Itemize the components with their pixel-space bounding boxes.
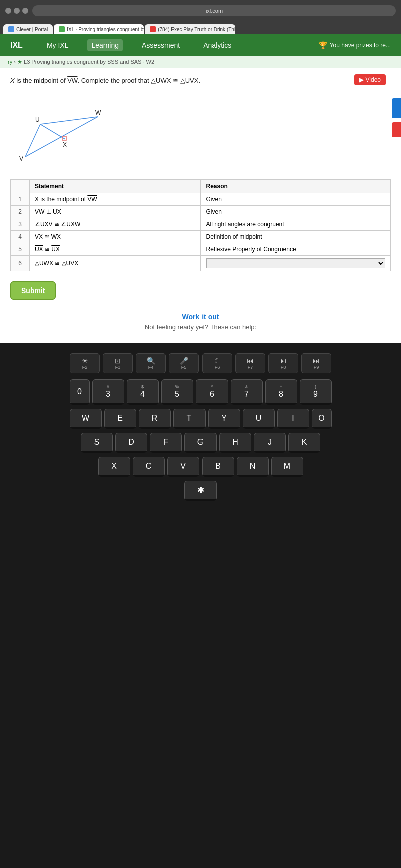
tab-icon-other (150, 26, 156, 32)
fn-key-f9[interactable]: ⏭ F9 (301, 353, 331, 373)
fn-key-f5[interactable]: 🎤 F5 (169, 353, 199, 373)
fn-key-f8[interactable]: ⏯ F8 (268, 353, 298, 373)
key-f[interactable]: F (150, 433, 182, 453)
svg-text:X: X (63, 141, 67, 148)
fn-label-f2: F2 (82, 365, 88, 370)
breadcrumb-separator: › (14, 59, 17, 65)
key-t[interactable]: T (173, 409, 206, 429)
fn-label-f5: F5 (181, 365, 187, 370)
key-x[interactable]: X (98, 457, 130, 477)
table-row: 2 VW ⊥ UX Given (11, 205, 391, 218)
nav-assessment[interactable]: Assessment (138, 39, 184, 51)
problem-statement: X is the midpoint of VW. Complete the pr… (10, 76, 391, 86)
key-r[interactable]: R (139, 409, 171, 429)
statement-3: ∠UXV ≅ ∠UXW (29, 218, 200, 230)
key-i[interactable]: I (277, 409, 309, 429)
key-6[interactable]: ^ 6 (196, 379, 228, 405)
breadcrumb: ry › ★ L3 Proving triangles congruent by… (0, 56, 401, 68)
key-h[interactable]: H (219, 433, 251, 453)
key-j[interactable]: J (254, 433, 286, 453)
reason-dropdown-container[interactable]: SSS SAS ASA AAS HL (206, 258, 386, 268)
col-header-num (11, 179, 30, 193)
key-v[interactable]: V (167, 457, 199, 477)
key-star[interactable]: ✱ (184, 481, 217, 501)
tab-bar: Clever | Portal IXL · Proving triangles … (0, 18, 401, 34)
key-w[interactable]: W (70, 409, 102, 429)
table-row: 4 VX ≅ WX Definition of midpoint (11, 230, 391, 243)
col-header-reason: Reason (200, 179, 391, 193)
fn-label-f4: F4 (148, 365, 154, 370)
window-controls (5, 8, 28, 14)
key-e[interactable]: E (104, 409, 136, 429)
key-3[interactable]: # 3 (92, 379, 124, 405)
key-8[interactable]: * 8 (265, 379, 297, 405)
key-o[interactable]: O (312, 409, 332, 429)
fn-key-f3[interactable]: ⊡ F3 (103, 353, 133, 373)
fn-key-f7[interactable]: ⏮ F7 (235, 353, 265, 373)
reason-1: Given (200, 193, 391, 205)
key-7[interactable]: & 7 (231, 379, 263, 405)
key-row-bottom: X C V B N M (5, 457, 396, 477)
svg-line-2 (25, 124, 40, 157)
fn-key-f2[interactable]: ☀ F2 (70, 353, 100, 373)
fn-label-f9: F9 (314, 365, 319, 370)
nav-analytics[interactable]: Analytics (199, 39, 235, 51)
svg-text:U: U (35, 116, 40, 123)
key-g[interactable]: G (184, 433, 217, 453)
side-tab-red[interactable] (392, 122, 401, 137)
key-row-qwerty: W E R T Y U I O (5, 409, 396, 429)
nav-my-ixl[interactable]: My IXL (43, 39, 73, 51)
key-c[interactable]: C (133, 457, 165, 477)
key-u[interactable]: U (243, 409, 275, 429)
address-bar[interactable]: ixl.com (32, 5, 396, 16)
fn-symbol-f3: ⊡ (107, 357, 128, 365)
video-label: Video (366, 76, 381, 83)
fn-symbol-f5: 🎤 (173, 357, 194, 365)
work-it-out-link[interactable]: Work it out (182, 313, 219, 321)
minimize-btn[interactable] (14, 8, 20, 14)
reason-2: Given (200, 205, 391, 218)
side-tab-blue[interactable] (392, 98, 401, 118)
trophy-icon: 🏆 (319, 41, 327, 49)
statement-2: VW ⊥ UX (29, 205, 200, 218)
key-5[interactable]: % 5 (161, 379, 193, 405)
key-k[interactable]: K (288, 433, 320, 453)
fn-key-f6[interactable]: ☾ F6 (202, 353, 232, 373)
key-b[interactable]: B (202, 457, 234, 477)
fn-key-f4[interactable]: 🔍 F4 (136, 353, 166, 373)
breadcrumb-link[interactable]: ry (8, 59, 12, 65)
tab-other[interactable]: (784) Exec Play Truth or Drink (Things D… (145, 24, 235, 34)
key-d[interactable]: D (115, 433, 147, 453)
fn-label-f3: F3 (115, 365, 121, 370)
key-9[interactable]: ( 9 (300, 379, 332, 405)
key-y[interactable]: Y (208, 409, 240, 429)
key-n[interactable]: N (237, 457, 269, 477)
tab-ixl[interactable]: IXL · Proving triangles congruent by SSS… (54, 24, 144, 34)
key-s[interactable]: S (81, 433, 113, 453)
fn-symbol-f2: ☀ (74, 357, 95, 365)
tab-clever[interactable]: Clever | Portal (3, 24, 53, 34)
key-4[interactable]: $ 4 (127, 379, 159, 405)
key-m[interactable]: M (271, 457, 303, 477)
fn-symbol-f6: ☾ (207, 357, 228, 365)
table-row: 3 ∠UXV ≅ ∠UXW All right angles are congr… (11, 218, 391, 230)
reason-5: Reflexive Property of Congruence (200, 243, 391, 255)
breadcrumb-current[interactable]: ★ (17, 59, 22, 65)
reason-6-cell[interactable]: SSS SAS ASA AAS HL (200, 255, 391, 271)
statement-1: X is the midpoint of VW (29, 193, 200, 205)
fn-label-f6: F6 (215, 365, 220, 370)
fn-label-f8: F8 (281, 365, 286, 370)
key-row-home: S D F G H J K (5, 433, 396, 453)
submit-button[interactable]: Submit (10, 281, 56, 300)
reason-6-dropdown[interactable]: SSS SAS ASA AAS HL (206, 258, 386, 268)
key-0[interactable]: 0 (70, 379, 90, 405)
video-button[interactable]: ▶ Video (354, 74, 386, 85)
table-row: 6 △UWX ≅ △UVX SSS SAS ASA AAS HL (11, 255, 391, 271)
nav-learning[interactable]: Learning (87, 39, 123, 51)
fn-symbol-f9: ⏭ (306, 357, 327, 365)
row-num-6: 6 (11, 255, 30, 271)
fn-key-row: ☀ F2 ⊡ F3 🔍 F4 🎤 F5 ☾ F6 ⏮ F7 ⏯ F8 ⏭ F (5, 353, 396, 373)
maximize-btn[interactable] (22, 8, 28, 14)
close-btn[interactable] (5, 8, 11, 14)
svg-line-1 (40, 117, 98, 124)
